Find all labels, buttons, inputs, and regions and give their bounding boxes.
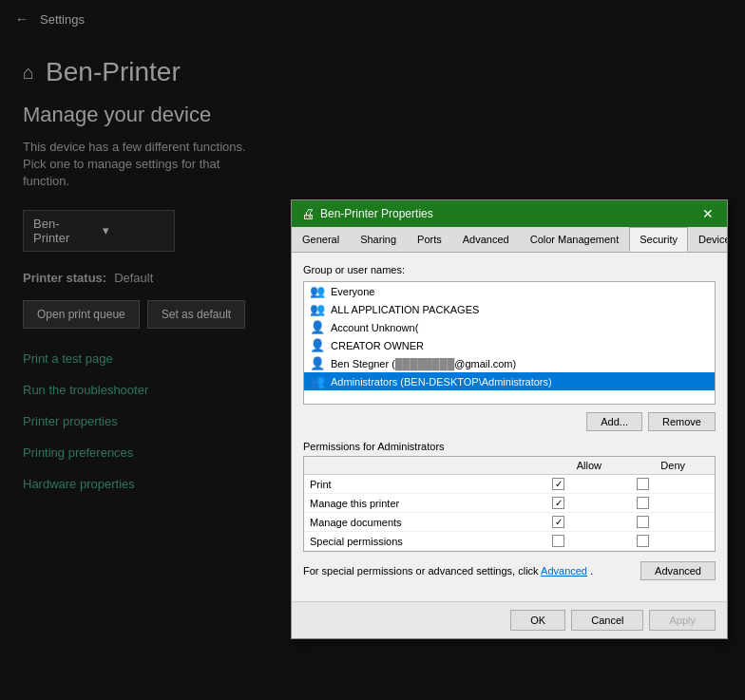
advanced-text: For special permissions or advanced sett…: [303, 565, 593, 577]
user-account-unknown[interactable]: 👤 Account Unknown(: [304, 318, 715, 336]
checkbox-manage-printer-allow[interactable]: [552, 497, 564, 509]
checkbox-manage-docs-deny[interactable]: [637, 516, 649, 528]
apply-button[interactable]: Apply: [649, 610, 716, 631]
dialog-body: Group or user names: 👥 Everyone 👥 ALL AP…: [292, 253, 727, 601]
user-ben-stegner-label: Ben Stegner (████████@gmail.com): [331, 358, 516, 369]
dialog-tabs: General Sharing Ports Advanced Color Man…: [292, 227, 727, 253]
perm-manage-printer-deny[interactable]: [631, 494, 715, 513]
checkbox-print-allow[interactable]: [552, 478, 564, 490]
user-administrators-label: Administrators (BEN-DESKTOP\Administrato…: [331, 376, 552, 388]
properties-dialog: 🖨 Ben-Printer Properties ✕ General Shari…: [291, 199, 728, 639]
ok-button[interactable]: OK: [510, 610, 565, 631]
table-row: Manage this printer: [304, 494, 715, 513]
user-all-app-packages[interactable]: 👥 ALL APPLICATION PACKAGES: [304, 300, 715, 318]
remove-button[interactable]: Remove: [648, 412, 716, 431]
user-icon-ben-stegner: 👤: [310, 356, 325, 370]
user-creator-owner-label: CREATOR OWNER: [331, 340, 424, 351]
tab-advanced[interactable]: Advanced: [452, 227, 520, 252]
permissions-label: Permissions for Administrators: [303, 441, 716, 452]
perm-print-label: Print: [304, 475, 546, 494]
table-row: Special permissions: [304, 532, 715, 551]
checkbox-special-allow[interactable]: [552, 535, 564, 547]
tab-security[interactable]: Security: [629, 227, 688, 252]
tab-device-settings[interactable]: Device Settings: [688, 227, 727, 252]
perm-print-allow[interactable]: [546, 475, 631, 494]
dialog-titlebar-left: 🖨 Ben-Printer Properties: [301, 206, 433, 221]
tab-sharing[interactable]: Sharing: [350, 227, 407, 252]
perm-special-deny[interactable]: [631, 532, 715, 551]
user-administrators[interactable]: 👥 Administrators (BEN-DESKTOP\Administra…: [304, 372, 715, 390]
perm-manage-docs-label: Manage documents: [304, 513, 546, 532]
user-everyone[interactable]: 👥 Everyone: [304, 282, 715, 300]
perm-col-deny: Deny: [631, 457, 715, 475]
dialog-footer: OK Cancel Apply: [292, 601, 727, 638]
user-ben-stegner[interactable]: 👤 Ben Stegner (████████@gmail.com): [304, 354, 715, 372]
user-icon-everyone: 👥: [310, 284, 325, 298]
user-icon-account-unknown: 👤: [310, 320, 325, 334]
tab-color-management[interactable]: Color Management: [520, 227, 630, 252]
checkbox-manage-docs-allow[interactable]: [552, 516, 564, 528]
perm-print-deny[interactable]: [631, 475, 715, 494]
printer-icon: 🖨: [301, 206, 315, 221]
perm-special-allow[interactable]: [546, 532, 631, 551]
perm-col-name: [304, 457, 546, 475]
user-icon-creator-owner: 👤: [310, 338, 325, 352]
perm-manage-docs-allow[interactable]: [546, 513, 631, 532]
permissions-table-wrapper: Allow Deny Print Manage this printer: [303, 456, 716, 552]
perm-special-label: Special permissions: [304, 532, 546, 551]
dialog-titlebar: 🖨 Ben-Printer Properties ✕: [292, 200, 727, 227]
user-list-actions: Add... Remove: [303, 412, 716, 431]
table-row: Manage documents: [304, 513, 715, 532]
user-list-box[interactable]: 👥 Everyone 👥 ALL APPLICATION PACKAGES 👤 …: [303, 281, 716, 405]
group-user-label: Group or user names:: [303, 264, 716, 275]
permissions-table: Allow Deny Print Manage this printer: [304, 457, 715, 551]
user-icon-administrators: 👥: [310, 374, 325, 388]
cancel-button[interactable]: Cancel: [571, 610, 643, 631]
perm-manage-printer-allow[interactable]: [546, 494, 631, 513]
user-icon-all-app-packages: 👥: [310, 302, 325, 316]
checkbox-manage-printer-deny[interactable]: [637, 497, 649, 509]
dialog-title: Ben-Printer Properties: [320, 207, 433, 220]
tab-ports[interactable]: Ports: [407, 227, 452, 252]
advanced-link[interactable]: Advanced: [541, 565, 587, 577]
user-account-unknown-label: Account Unknown(: [331, 322, 418, 333]
perm-manage-printer-label: Manage this printer: [304, 494, 546, 513]
user-all-app-packages-label: ALL APPLICATION PACKAGES: [331, 304, 479, 315]
advanced-button[interactable]: Advanced: [640, 561, 716, 580]
user-everyone-label: Everyone: [331, 286, 374, 297]
user-creator-owner[interactable]: 👤 CREATOR OWNER: [304, 336, 715, 354]
checkbox-print-deny[interactable]: [637, 478, 649, 490]
dialog-close-button[interactable]: ✕: [698, 206, 717, 221]
checkbox-special-deny[interactable]: [637, 535, 649, 547]
advanced-row: For special permissions or advanced sett…: [303, 561, 716, 580]
table-row: Print: [304, 475, 715, 494]
tab-general[interactable]: General: [292, 227, 350, 252]
add-button[interactable]: Add...: [586, 412, 642, 431]
perm-manage-docs-deny[interactable]: [631, 513, 715, 532]
perm-col-allow: Allow: [546, 457, 631, 475]
